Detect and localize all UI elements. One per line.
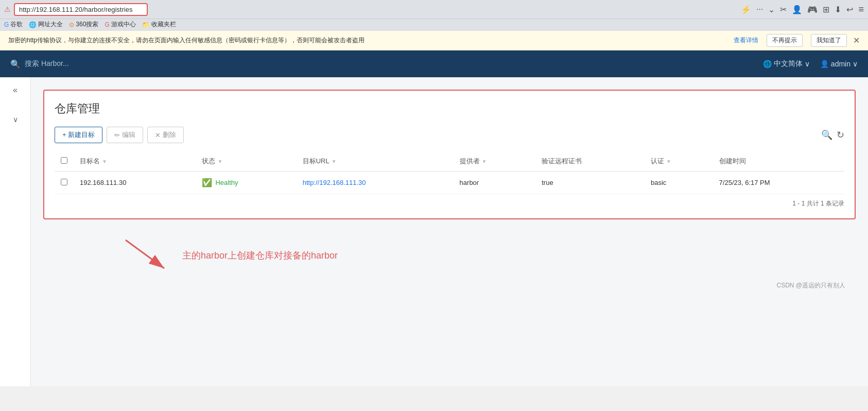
browser-address-bar: ⚠ http://192.168.111.20/harbor/registrie… (4, 3, 737, 16)
col-auth-filter-icon[interactable]: ▼ (666, 159, 671, 164)
sidebar-expand-button[interactable]: ∨ (13, 115, 18, 124)
bookmark-game[interactable]: G 游戏中心 (105, 20, 135, 29)
app-header: 🔍 搜索 Harbor... 🌐 中文简体 ∨ 👤 admin ∨ (0, 50, 868, 77)
delete-button[interactable]: ✕ 删除 (147, 127, 184, 143)
user-icon: 👤 (820, 60, 829, 68)
table-search-icon[interactable]: 🔍 (821, 129, 832, 141)
lightning-icon: ⚡ (741, 5, 751, 14)
annotation-arrow (84, 235, 177, 276)
earth-icon: 🌐 (29, 21, 37, 28)
row-status-cell: ✅ Healthy (196, 172, 296, 194)
col-verify-cert: 验证远程证书 (535, 151, 645, 172)
col-url-filter-icon[interactable]: ▼ (332, 159, 337, 164)
new-target-button[interactable]: + 新建目标 (55, 127, 102, 143)
grid-icon: ⊞ (823, 5, 829, 14)
status-healthy: ✅ Healthy (202, 178, 290, 187)
col-verify-cert-label: 验证远程证书 (542, 157, 582, 165)
header-right: 🌐 中文简体 ∨ 👤 admin ∨ (763, 59, 858, 68)
col-name-label: 目标名 (80, 157, 100, 166)
pagination: 1 - 1 共计 1 条记录 (55, 194, 844, 208)
csdn-watermark: CSDN @遥远的只有别人 (43, 276, 856, 295)
cut-icon: ✂ (780, 5, 787, 14)
row-url-cell: http://192.168.111.30 (297, 172, 454, 194)
edit-button[interactable]: ✏ 编辑 (107, 127, 143, 143)
col-provider: 提供者 ▼ (454, 151, 536, 172)
bookmark-label: 游戏中心 (111, 20, 136, 29)
col-status: 状态 ▼ (196, 151, 296, 172)
edit-label: 编辑 (122, 130, 135, 140)
menu-icon[interactable]: ≡ (858, 4, 864, 15)
main-content: 仓库管理 + 新建目标 ✏ 编辑 ✕ 删除 🔍 ↻ (31, 77, 868, 386)
main-layout: « ∨ 仓库管理 + 新建目标 ✏ 编辑 ✕ 删除 🔍 ↻ (0, 77, 868, 386)
undo-icon: ↩ (846, 5, 853, 14)
download-icon: ⬇ (835, 5, 841, 14)
row-checkbox[interactable] (61, 179, 67, 185)
browser-icons: ⚡ ··· ⌄ ✂ 👤 🎮 ⊞ ⬇ ↩ ≡ (741, 4, 864, 15)
browser-titlebar: ⚠ http://192.168.111.20/harbor/registrie… (0, 0, 868, 19)
select-all-checkbox[interactable] (61, 157, 67, 164)
registry-card: 仓库管理 + 新建目标 ✏ 编辑 ✕ 删除 🔍 ↻ (43, 90, 856, 219)
row-checkbox-cell (55, 172, 74, 194)
row-provider-cell: harbor (454, 172, 536, 194)
language-label: 中文简体 (774, 59, 803, 68)
bookmark-wangzhi[interactable]: 🌐 网址大全 (29, 20, 63, 29)
sidebar-collapse-button[interactable]: « (13, 85, 18, 95)
toolbar: + 新建目标 ✏ 编辑 ✕ 删除 🔍 ↻ (55, 127, 844, 143)
address-box[interactable]: http://192.168.111.20/harbor/registries (14, 3, 148, 16)
username-label: admin (831, 60, 850, 68)
row-auth: basic (651, 179, 666, 186)
game-icon: G (105, 21, 109, 28)
select-all-header (55, 151, 74, 172)
avatar-icon: 👤 (792, 5, 802, 14)
col-url-label: 目标URL (303, 157, 329, 166)
row-url[interactable]: http://192.168.111.30 (303, 179, 366, 186)
language-selector[interactable]: 🌐 中文简体 ∨ (763, 59, 810, 68)
address-text: http://192.168.111.20/harbor/registries (19, 6, 132, 13)
security-details-link[interactable]: 查看详情 (734, 36, 758, 45)
row-verify-cert: true (542, 179, 553, 186)
col-status-label: 状态 (202, 157, 215, 166)
col-name-filter-icon[interactable]: ▼ (102, 159, 107, 164)
bookmark-label: 收藏夹栏 (151, 20, 176, 29)
user-menu[interactable]: 👤 admin ∨ (820, 60, 858, 68)
close-warning-button[interactable]: ✕ (853, 36, 860, 45)
refresh-icon[interactable]: ↻ (837, 129, 844, 141)
browser-chrome: ⚠ http://192.168.111.20/harbor/registrie… (0, 0, 868, 50)
no-more-reminder-button[interactable]: 不再提示 (767, 34, 803, 47)
bookmark-label: 网址大全 (38, 20, 63, 29)
lock-icon: ⚠ (4, 5, 11, 13)
circle-icon: ⊙ (69, 21, 74, 28)
bookmark-label: 360搜索 (76, 20, 98, 29)
col-status-filter-icon[interactable]: ▼ (217, 159, 222, 164)
col-auth-label: 认证 (651, 157, 664, 166)
col-created-label: 创建时间 (719, 157, 746, 165)
search-icon: 🔍 (10, 59, 21, 69)
svg-line-1 (126, 240, 164, 268)
bookmark-google[interactable]: G 谷歌 (4, 20, 23, 29)
col-auth: 认证 ▼ (645, 151, 713, 172)
search-bar[interactable]: 🔍 搜索 Harbor... (10, 59, 69, 69)
row-created-cell: 7/25/23, 6:17 PM (713, 172, 844, 194)
watermark-text: CSDN @遥远的只有别人 (776, 282, 845, 289)
security-warning-text: 加密的http传输协议，与你建立的连接不安全，请勿在页面内输入任何敏感信息（密码… (8, 36, 730, 45)
gamepad-icon: 🎮 (807, 5, 818, 14)
col-provider-filter-icon[interactable]: ▼ (482, 159, 487, 164)
col-name: 目标名 ▼ (74, 151, 196, 172)
edit-icon: ✏ (114, 131, 120, 139)
table-row: 192.168.111.30 ✅ Healthy http://192.168.… (55, 172, 844, 194)
more-icon[interactable]: ··· (756, 5, 763, 14)
bookmark-favorites[interactable]: 📁 收藏夹栏 (142, 20, 176, 29)
sidebar: « ∨ (0, 77, 31, 386)
delete-icon: ✕ (155, 131, 161, 139)
col-created: 创建时间 (713, 151, 844, 172)
user-chevron-icon: ∨ (853, 60, 858, 68)
col-provider-label: 提供者 (460, 157, 480, 166)
got-it-button[interactable]: 我知道了 (811, 34, 847, 47)
delete-label: 删除 (163, 130, 176, 140)
bookmarks-bar: G 谷歌 🌐 网址大全 ⊙ 360搜索 G 游戏中心 📁 收藏夹栏 (0, 19, 868, 31)
bookmark-360[interactable]: ⊙ 360搜索 (69, 20, 98, 29)
row-name-cell: 192.168.111.30 (74, 172, 196, 194)
row-name: 192.168.111.30 (80, 179, 126, 186)
chevron-down-icon[interactable]: ⌄ (768, 5, 775, 14)
registry-table: 目标名 ▼ 状态 ▼ 目标URL (55, 151, 844, 194)
